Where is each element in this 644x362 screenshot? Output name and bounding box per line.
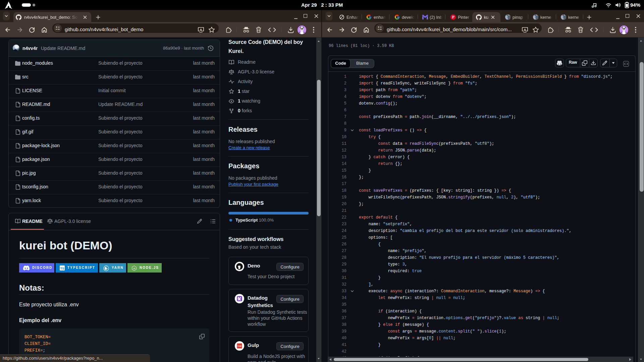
svg-text:JS: JS (133, 267, 136, 269)
svg-text:TS: TS (60, 267, 64, 270)
svg-text:Gulp: Gulp (237, 345, 241, 347)
